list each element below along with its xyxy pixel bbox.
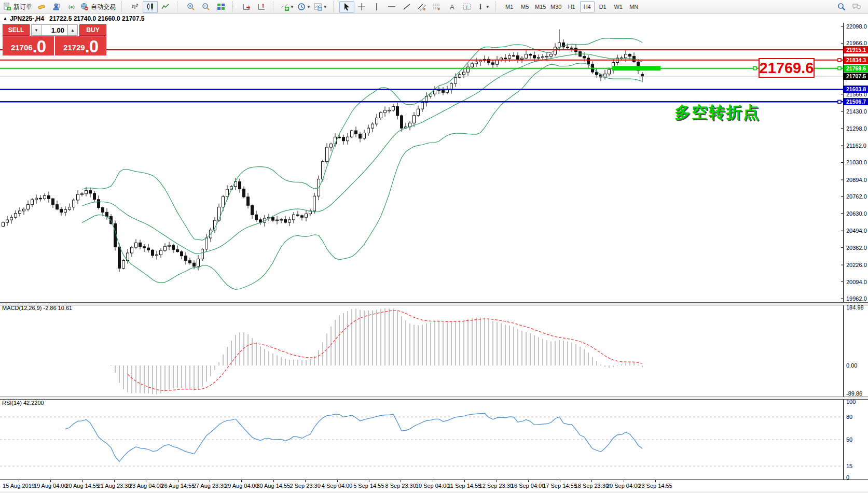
timeframe-group: M1M5M15M30H1H4D1W1MN — [500, 1, 643, 13]
dropdown-arrow-icon: ▼ — [290, 5, 294, 9]
equidistant-channel-icon: E — [418, 3, 426, 11]
autotrading-label: 自动交易 — [91, 3, 116, 11]
templates-icon — [314, 3, 322, 11]
crosshair-icon — [357, 3, 366, 11]
y-axis-tick-label: 20630.0 — [846, 210, 867, 217]
arrows-icon — [476, 3, 485, 11]
arrows-tool-button[interactable]: ▼ — [475, 1, 491, 13]
price-chart-pane[interactable] — [0, 23, 843, 302]
rsi-pane[interactable] — [0, 399, 843, 480]
volume-up-button[interactable]: ▲ — [67, 24, 78, 36]
price-tag[interactable]: 21707.5 — [844, 73, 868, 80]
periods-button[interactable]: ▼ — [296, 1, 312, 13]
date-label: 4 Sep 04:00 — [322, 483, 352, 489]
horizontal-line-tool-button[interactable] — [384, 1, 399, 13]
sell-price-pips: .0 — [33, 39, 46, 54]
y-axis-tick-label: 20762.0 — [846, 193, 867, 200]
chat-bubbles-icon — [852, 3, 861, 11]
timeframe-button-w1[interactable]: W1 — [611, 1, 626, 12]
crayon-button[interactable] — [34, 1, 49, 13]
signals-icon — [67, 3, 76, 11]
timeframe-button-m15[interactable]: M15 — [533, 1, 548, 12]
chart-shift-icon — [257, 3, 266, 11]
fibonacci-tool-button[interactable]: F — [430, 1, 445, 13]
timeframe-button-h1[interactable]: H1 — [564, 1, 579, 12]
dropdown-arrow-icon: ▼ — [323, 5, 327, 9]
price-tag[interactable]: 21769.6 — [844, 65, 868, 72]
timeframe-button-h4[interactable]: H4 — [580, 1, 595, 12]
date-axis[interactable]: 15 Aug 201919 Aug 04:0020 Aug 14:5521 Au… — [0, 480, 868, 491]
pane-divider[interactable] — [0, 397, 868, 400]
price-tag[interactable]: 21506.7 — [844, 98, 868, 105]
date-tick-mark — [273, 480, 274, 482]
candlestick-chart-button[interactable] — [143, 1, 158, 13]
macd-pane[interactable] — [0, 304, 843, 397]
vertical-line-tool-button[interactable] — [369, 1, 384, 13]
search-button[interactable] — [834, 1, 849, 13]
volume-input[interactable]: 1.00 — [42, 24, 67, 36]
tile-windows-icon — [217, 3, 225, 11]
buy-button[interactable]: BUY — [79, 24, 106, 36]
price-callout-box[interactable]: 21769.6 — [759, 58, 815, 78]
date-tick-mark — [496, 480, 497, 482]
rsi-label: RSI(14) 42.2200 — [2, 400, 44, 406]
date-tick-mark — [210, 480, 210, 482]
toolbar-separator — [495, 2, 499, 12]
templates-button[interactable]: ▼ — [312, 1, 329, 13]
timeframe-button-m1[interactable]: M1 — [502, 1, 517, 12]
date-tick-mark — [337, 480, 338, 482]
horizontal-line-icon — [388, 3, 396, 11]
bar-chart-button[interactable] — [128, 1, 143, 13]
price-axis[interactable]: 22098.021966.021566.021430.021298.021162… — [843, 23, 868, 481]
profile-button[interactable] — [49, 1, 64, 13]
auto-scroll-button[interactable] — [239, 1, 254, 13]
svg-text:E: E — [423, 8, 425, 11]
timeframe-button-d1[interactable]: D1 — [596, 1, 610, 12]
timeframe-button-m30[interactable]: M30 — [549, 1, 563, 12]
y-axis-tick-label: 20362.0 — [846, 245, 867, 251]
turning-point-note[interactable]: 多空转折点 — [674, 102, 760, 123]
autotrading-button[interactable]: 自动交易 — [79, 1, 117, 13]
signals-button[interactable] — [64, 1, 79, 13]
rsi-axis-label: 80 — [846, 414, 852, 420]
price-tag[interactable]: 21603.8 — [844, 86, 868, 93]
timeframe-button-m5[interactable]: M5 — [518, 1, 532, 12]
y-axis-tick-label: 21966.0 — [846, 40, 867, 46]
pane-divider[interactable] — [0, 302, 868, 305]
toolbar-separator — [121, 2, 125, 12]
new-order-button[interactable]: 新订单 — [2, 1, 34, 13]
date-label: 30 Aug 14:55 — [256, 483, 290, 489]
trendline-tool-button[interactable] — [399, 1, 415, 13]
cursor-tool-button[interactable] — [339, 1, 354, 13]
chart-shift-button[interactable] — [254, 1, 269, 13]
macd-axis-label: -89.86 — [846, 390, 862, 397]
date-label: 26 Aug 14:55 — [161, 483, 195, 489]
date-tick-mark — [528, 480, 529, 482]
date-tick-mark — [305, 480, 306, 482]
collapse-triangle-icon[interactable]: ▲ — [3, 16, 7, 21]
zoom-out-button[interactable] — [198, 1, 213, 13]
zoom-in-button[interactable] — [183, 1, 198, 13]
text-tool-button[interactable]: A — [445, 1, 460, 13]
timeframe-button-mn[interactable]: MN — [627, 1, 641, 12]
volume-down-button[interactable]: ▼ — [31, 24, 42, 36]
price-tag[interactable]: 21915.1 — [844, 46, 868, 53]
channel-tool-button[interactable]: E — [415, 1, 430, 13]
sell-price[interactable]: 21706.0 — [3, 36, 54, 55]
date-tick-mark — [19, 480, 19, 482]
price-tag[interactable]: 21834.3 — [844, 57, 868, 64]
y-axis-tick-label: 21030.0 — [846, 159, 867, 165]
sell-button[interactable]: SELL — [3, 24, 30, 36]
label-tool-button[interactable]: T — [460, 1, 475, 13]
chat-button[interactable] — [849, 1, 864, 13]
buy-price[interactable]: 21729.0 — [55, 36, 106, 55]
date-tick-mark — [146, 480, 146, 482]
line-chart-button[interactable] — [158, 1, 173, 13]
y-axis-tick-label: 21298.0 — [846, 125, 867, 132]
crosshair-tool-button[interactable] — [354, 1, 369, 13]
indicators-button[interactable]: ▼ — [279, 1, 296, 13]
tile-windows-button[interactable] — [213, 1, 228, 13]
buy-price-pips: .0 — [85, 39, 99, 54]
bar-chart-icon — [131, 3, 140, 11]
date-label: 11 Sep 14:55 — [448, 483, 481, 489]
